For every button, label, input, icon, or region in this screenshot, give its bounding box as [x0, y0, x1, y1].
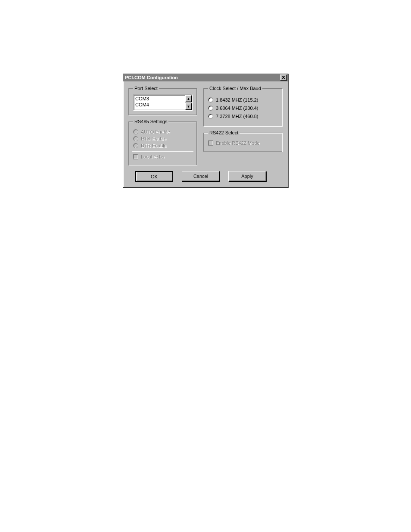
button-label: OK — [151, 174, 158, 179]
radio-clock-1-8432[interactable] — [208, 97, 213, 103]
separator — [132, 151, 193, 152]
radio-rts-enable — [133, 136, 138, 141]
close-icon — [282, 75, 285, 80]
scroll-up-button[interactable]: ▲ — [185, 95, 192, 102]
rs485-settings-group: RS485 Settings AUTO Enable RTS Enable DT… — [128, 119, 197, 166]
rs485-legend: RS485 Settings — [133, 119, 168, 124]
checkbox-enable-rs422 — [208, 140, 213, 146]
scroll-down-button[interactable]: ▼ — [185, 103, 192, 110]
triangle-up-icon: ▲ — [187, 97, 190, 101]
close-button[interactable] — [280, 75, 287, 81]
radio-clock-7-3728[interactable] — [208, 114, 213, 119]
port-listbox[interactable]: COM3 COM4 ▲ ▼ — [133, 94, 193, 111]
port-select-legend: Port Select — [133, 86, 159, 91]
rs422-legend: RS422 Select — [208, 130, 240, 135]
radio-label: DTR Enable — [141, 143, 167, 148]
checkbox-label: Enable RS422 Mode — [216, 140, 260, 146]
ok-button[interactable]: OK — [135, 171, 173, 182]
checkbox-label: Local Echo — [141, 154, 164, 159]
listbox-scrollbar[interactable]: ▲ ▼ — [185, 95, 192, 110]
clock-select-group: Clock Select / Max Baud 1.8432 MHZ (115.… — [203, 86, 283, 127]
triangle-down-icon: ▼ — [187, 105, 190, 109]
port-select-group: Port Select COM3 COM4 ▲ — [128, 86, 197, 115]
clock-select-legend: Clock Select / Max Baud — [208, 86, 262, 91]
apply-button[interactable]: Apply — [228, 171, 266, 181]
checkbox-local-echo — [133, 154, 138, 159]
button-label: Cancel — [193, 174, 208, 179]
titlebar: PCI-COM Configuration — [123, 74, 288, 81]
list-item[interactable]: COM3 — [135, 96, 184, 102]
radio-auto-enable — [133, 129, 138, 134]
dialog-button-row: OK Cancel Apply — [128, 171, 283, 182]
configuration-dialog: PCI-COM Configuration Port Select COM3 — [123, 73, 288, 187]
radio-clock-3-6864[interactable] — [208, 106, 213, 111]
radio-label: AUTO Enable — [141, 129, 170, 134]
list-item[interactable]: COM4 — [135, 102, 184, 108]
cancel-button[interactable]: Cancel — [182, 171, 220, 181]
rs422-select-group: RS422 Select Enable RS422 Mode — [203, 130, 283, 152]
radio-dtr-enable — [133, 143, 138, 148]
dialog-title: PCI-COM Configuration — [125, 75, 178, 80]
radio-label: 7.3728 MHZ (460.8) — [216, 114, 258, 119]
button-label: Apply — [241, 174, 253, 179]
radio-label: 1.8432 MHZ (115.2) — [216, 97, 258, 103]
radio-label: RTS Enable — [141, 136, 166, 141]
radio-label: 3.6864 MHZ (230.4) — [216, 106, 258, 111]
